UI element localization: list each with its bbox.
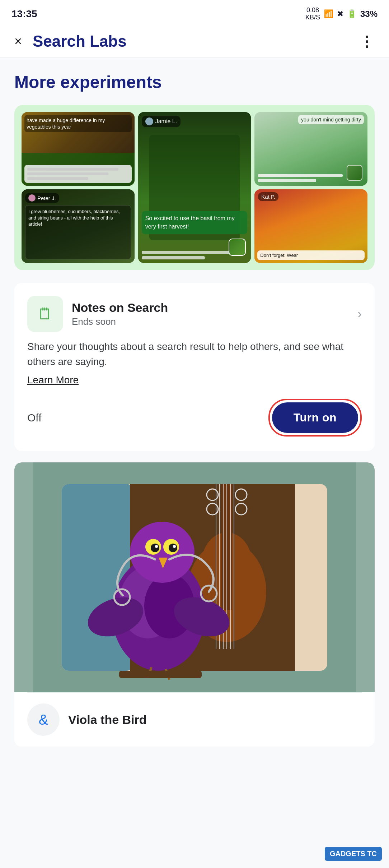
collage-card-bottom-left: Peter J. I grew blueberries, cucumbers, …	[22, 189, 135, 263]
experiment-description: Share your thoughts about a search resul…	[27, 339, 362, 369]
card-username-bottom-right: Kat P.	[258, 192, 278, 201]
svg-rect-32	[119, 671, 202, 678]
network-speed: 0.08KB/S	[305, 7, 320, 21]
chevron-right-icon[interactable]: ›	[357, 306, 362, 322]
learn-more-link[interactable]: Learn More	[27, 374, 79, 385]
svg-point-24	[169, 544, 177, 552]
battery-percent: 33%	[360, 9, 378, 19]
notes-on-search-card: 🗒 Notes on Search Ends soon › Share your…	[14, 283, 375, 451]
turn-on-button-wrapper: Turn on	[268, 399, 362, 437]
experiment-ends-label: Ends soon	[72, 316, 349, 327]
experiment-icon-wrap: 🗒	[27, 296, 63, 332]
card-caption-bottom-left: I grew blueberries, cucumbers, blackberr…	[28, 208, 128, 227]
status-time: 13:35	[11, 8, 37, 20]
more-options-icon[interactable]: ⋮	[360, 33, 375, 50]
section-title: More experiments	[14, 72, 375, 92]
bird-image-container	[14, 462, 375, 692]
wifi-icon: 📶	[324, 9, 333, 19]
experiment-header: 🗒 Notes on Search Ends soon ›	[27, 296, 362, 332]
battery-icon: 🔋	[347, 9, 357, 19]
watermark: GADGETS TC	[325, 847, 382, 861]
page-title: Search Labs	[33, 32, 127, 50]
top-bar: × Search Labs ⋮	[0, 25, 389, 58]
collage-card-top-left: have made a huge difference in my vegeta…	[22, 112, 135, 186]
close-icon[interactable]: ×	[14, 34, 22, 49]
card-username-center: Jamie L.	[142, 116, 181, 127]
bird-icon-wrap: &	[27, 703, 60, 736]
card-username-bottom-left: Peter J.	[25, 193, 59, 203]
svg-point-20	[130, 522, 194, 583]
toggle-status: Off	[27, 412, 41, 424]
collage-card-center: Jamie L. So excited to use the basil fro…	[138, 112, 251, 263]
collage-card-top-right: you don't mind getting dirty	[254, 112, 367, 186]
status-bar: 13:35 0.08KB/S 📶 ✖ 🔋 33%	[0, 0, 389, 25]
viola-the-bird-card: & Viola the Bird	[14, 462, 375, 747]
main-content: More experiments have made a huge differ…	[0, 58, 389, 761]
svg-point-25	[155, 545, 158, 548]
turn-on-button[interactable]: Turn on	[272, 402, 358, 433]
sim-icon: ✖	[337, 9, 343, 19]
status-icons: 0.08KB/S 📶 ✖ 🔋 33%	[305, 7, 378, 21]
experiment-header-text: Notes on Search Ends soon	[72, 301, 349, 327]
bird-card-footer: & Viola the Bird	[14, 693, 375, 747]
card-caption-top-right: you don't mind getting dirty	[298, 115, 364, 124]
bird-ampersand-icon: &	[39, 712, 48, 728]
toggle-row: Off Turn on	[27, 399, 362, 437]
bird-illustration	[14, 462, 375, 692]
notes-icon: 🗒	[37, 305, 53, 323]
collage-card-bottom-right: Kat P. Don't forget: Wear	[254, 189, 367, 263]
bird-experiment-name: Viola the Bird	[68, 713, 147, 727]
card-caption-center: So excited to use the basil from my very…	[142, 211, 248, 234]
card-caption-1: have made a huge difference in my vegeta…	[24, 115, 132, 132]
card-caption-bottom-right: Don't forget: Wear	[257, 250, 365, 260]
svg-point-26	[173, 545, 176, 548]
top-bar-left: × Search Labs	[14, 32, 127, 50]
experiment-name: Notes on Search	[72, 301, 349, 315]
collage-container: have made a huge difference in my vegeta…	[14, 105, 375, 270]
svg-point-23	[151, 544, 159, 552]
